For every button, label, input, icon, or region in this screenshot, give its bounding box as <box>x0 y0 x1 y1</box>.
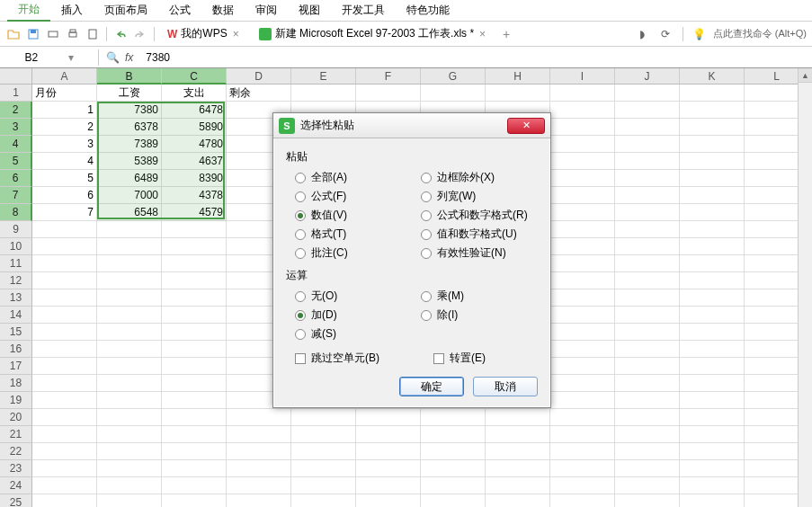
fx-label[interactable]: fx <box>125 51 133 64</box>
cell[interactable] <box>291 426 356 443</box>
cell[interactable]: 7000 <box>97 187 162 204</box>
cell[interactable] <box>680 170 745 187</box>
row-header[interactable]: 5 <box>0 153 32 170</box>
cell[interactable] <box>356 443 421 460</box>
cell[interactable] <box>162 324 227 341</box>
radio-option[interactable]: 除(I) <box>421 307 538 323</box>
cell[interactable] <box>550 84 615 102</box>
cell[interactable] <box>615 426 680 443</box>
cell[interactable] <box>421 494 486 507</box>
close-icon[interactable]: × <box>231 28 241 40</box>
cell[interactable] <box>680 153 745 170</box>
record-icon[interactable]: ◗ <box>634 26 650 42</box>
cell[interactable] <box>227 460 291 477</box>
select-all-corner[interactable] <box>0 68 32 84</box>
cell[interactable] <box>97 255 162 272</box>
row-header[interactable]: 7 <box>0 187 32 204</box>
cell[interactable] <box>550 375 615 392</box>
radio-option[interactable]: 公式和数字格式(R) <box>421 208 538 223</box>
row-header[interactable]: 15 <box>0 324 32 341</box>
cell[interactable] <box>356 460 421 477</box>
cell[interactable] <box>550 272 615 289</box>
cell[interactable] <box>615 170 680 187</box>
cell[interactable]: 7 <box>32 204 97 221</box>
cell[interactable] <box>32 477 97 494</box>
cell[interactable] <box>615 153 680 170</box>
cell[interactable] <box>32 272 97 289</box>
cell[interactable] <box>32 324 97 341</box>
cell[interactable] <box>97 358 162 375</box>
cell[interactable] <box>680 187 745 204</box>
ok-button[interactable]: 确定 <box>399 377 464 396</box>
cell[interactable]: 5389 <box>97 153 162 170</box>
radio-option[interactable]: 数值(V) <box>295 208 412 223</box>
vertical-scrollbar[interactable]: ▲ <box>798 68 812 507</box>
cell[interactable] <box>32 375 97 392</box>
cell[interactable] <box>550 289 615 307</box>
cell[interactable] <box>680 477 745 494</box>
cell[interactable] <box>291 443 356 460</box>
cell[interactable] <box>615 375 680 392</box>
row-header[interactable]: 4 <box>0 136 32 153</box>
cell[interactable] <box>291 494 356 507</box>
cell[interactable] <box>486 426 550 443</box>
cell[interactable] <box>615 255 680 272</box>
cell[interactable] <box>550 324 615 341</box>
radio-option[interactable]: 乘(M) <box>421 289 538 304</box>
row-header[interactable]: 16 <box>0 341 32 358</box>
radio-option[interactable]: 加(D) <box>295 307 412 323</box>
cell[interactable] <box>227 494 291 507</box>
sync-icon[interactable]: ⟳ <box>657 26 674 42</box>
cell[interactable] <box>32 460 97 477</box>
menu-item-1[interactable]: 插入 <box>50 0 94 21</box>
cell[interactable] <box>680 375 745 392</box>
cell[interactable] <box>32 289 97 307</box>
cell[interactable] <box>97 341 162 358</box>
column-header[interactable]: B <box>97 68 162 84</box>
cell[interactable] <box>680 392 745 409</box>
cell[interactable]: 3 <box>32 136 97 153</box>
cell[interactable]: 工资 <box>97 84 162 102</box>
cell[interactable] <box>32 221 97 238</box>
cell[interactable] <box>97 443 162 460</box>
cell[interactable] <box>550 170 615 187</box>
column-header[interactable]: I <box>550 68 615 84</box>
cell[interactable] <box>97 460 162 477</box>
cell[interactable] <box>486 84 550 102</box>
cell[interactable]: 5890 <box>162 119 227 136</box>
radio-option[interactable]: 公式(F) <box>295 189 412 204</box>
radio-option[interactable]: 格式(T) <box>295 227 412 242</box>
cell[interactable]: 8390 <box>162 170 227 187</box>
cell[interactable] <box>486 494 550 507</box>
row-header[interactable]: 1 <box>0 84 32 102</box>
cell[interactable] <box>32 341 97 358</box>
cell[interactable] <box>421 409 486 426</box>
cell[interactable] <box>162 341 227 358</box>
row-header[interactable]: 12 <box>0 272 32 289</box>
row-header[interactable]: 24 <box>0 477 32 494</box>
save-icon[interactable] <box>25 26 41 42</box>
open-icon[interactable] <box>5 26 22 42</box>
cell[interactable]: 支出 <box>162 84 227 102</box>
column-header[interactable]: H <box>486 68 550 84</box>
cell[interactable] <box>162 494 227 507</box>
cell[interactable] <box>421 460 486 477</box>
cell[interactable] <box>227 409 291 426</box>
row-header[interactable]: 13 <box>0 289 32 307</box>
cell[interactable] <box>615 221 680 238</box>
row-header[interactable]: 10 <box>0 238 32 255</box>
cell[interactable] <box>680 324 745 341</box>
print-preview-icon[interactable] <box>45 26 61 42</box>
cell[interactable] <box>680 443 745 460</box>
add-tab-icon[interactable]: + <box>498 26 514 42</box>
cell[interactable]: 2 <box>32 119 97 136</box>
cell[interactable] <box>615 84 680 102</box>
column-header[interactable]: F <box>356 68 421 84</box>
cell[interactable] <box>97 221 162 238</box>
cell[interactable] <box>680 102 745 119</box>
cell[interactable] <box>615 102 680 119</box>
cell[interactable] <box>97 238 162 255</box>
cell[interactable]: 4780 <box>162 136 227 153</box>
cell[interactable] <box>486 443 550 460</box>
cell[interactable] <box>615 324 680 341</box>
